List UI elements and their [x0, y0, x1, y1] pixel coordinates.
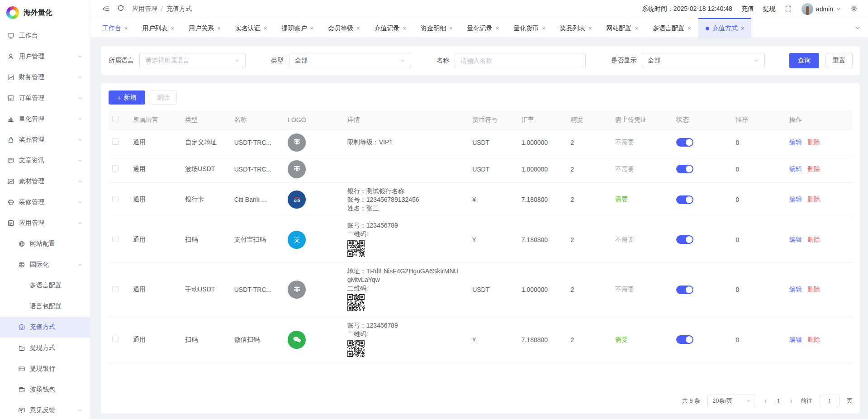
cell-precision: 2 — [567, 182, 612, 217]
page-size-select[interactable]: 20条/页 — [707, 395, 756, 407]
search-button[interactable]: 查询 — [789, 53, 819, 68]
tab-6[interactable]: 充值记录× — [367, 18, 414, 38]
edit-link[interactable]: 编辑 — [789, 138, 802, 146]
language-select[interactable]: 请选择所属语言 — [139, 53, 246, 68]
type-select[interactable]: 全部 — [289, 53, 411, 68]
current-page[interactable]: 1 — [775, 398, 782, 405]
sidebar-item[interactable]: 国际化 — [0, 254, 90, 275]
close-icon[interactable]: × — [356, 25, 360, 32]
sidebar-item[interactable]: 素材管理 — [0, 171, 90, 192]
sidebar-item[interactable]: 波场钱包 — [0, 379, 90, 400]
sidebar-item[interactable]: 量化管理 — [0, 109, 90, 129]
cell-voucher: 需要 — [612, 182, 673, 217]
close-icon[interactable]: × — [688, 25, 691, 32]
recharge-link[interactable]: 充值 — [741, 5, 754, 13]
close-icon[interactable]: × — [403, 25, 407, 32]
tab-0[interactable]: 工作台× — [95, 18, 135, 38]
sidebar-item[interactable]: 应用管理 — [0, 213, 90, 233]
chevron-down-icon — [400, 58, 405, 63]
edit-link[interactable]: 编辑 — [789, 286, 802, 293]
reset-button[interactable]: 重置 — [825, 53, 853, 68]
tab-10[interactable]: 奖品列表× — [553, 18, 599, 38]
gear-icon[interactable] — [850, 5, 858, 13]
tab-5[interactable]: 会员等级× — [321, 18, 367, 38]
delete-link[interactable]: 删除 — [807, 165, 820, 172]
status-toggle[interactable] — [676, 165, 693, 173]
breadcrumb-item[interactable]: 应用管理 — [132, 5, 157, 13]
select-all-checkbox[interactable] — [112, 116, 119, 122]
next-page-icon[interactable]: › — [789, 397, 793, 405]
close-icon[interactable]: × — [124, 25, 128, 32]
delete-button[interactable]: 删除 — [150, 90, 177, 105]
tab-11[interactable]: 网站配置× — [599, 18, 646, 38]
cell-rate: 7.180800 — [518, 317, 567, 362]
status-toggle[interactable] — [676, 235, 693, 244]
edit-link[interactable]: 编辑 — [789, 195, 802, 203]
fullscreen-icon[interactable] — [785, 5, 792, 13]
tab-7[interactable]: 资金明细× — [413, 18, 460, 38]
row-checkbox[interactable] — [112, 336, 119, 342]
delete-link[interactable]: 删除 — [807, 336, 820, 343]
tab-3[interactable]: 实名认证× — [228, 18, 275, 38]
tab-4[interactable]: 提现账户× — [274, 18, 321, 38]
row-checkbox[interactable] — [112, 138, 119, 145]
close-icon[interactable]: × — [217, 25, 221, 32]
row-checkbox[interactable] — [112, 236, 119, 242]
sidebar-item[interactable]: 文章资讯 — [0, 150, 90, 171]
sidebar-item[interactable]: 语言包配置 — [0, 296, 90, 317]
sidebar-item[interactable]: 多语言配置 — [0, 275, 90, 296]
sidebar-item[interactable]: 网站配置 — [0, 233, 90, 254]
close-icon[interactable]: × — [588, 25, 592, 32]
tab-2[interactable]: 用户关系× — [181, 18, 228, 38]
sidebar-item[interactable]: 用户管理 — [0, 46, 90, 67]
tab-8[interactable]: 量化记录× — [460, 18, 507, 38]
tabs-dropdown-icon[interactable] — [847, 18, 868, 38]
tab-12[interactable]: 多语言配置× — [645, 18, 698, 38]
close-icon[interactable]: × — [496, 25, 499, 32]
sidebar-item[interactable]: 提现方式 — [0, 338, 90, 358]
edit-link[interactable]: 编辑 — [789, 336, 802, 343]
add-button[interactable]: +新增 — [109, 90, 145, 105]
row-checkbox[interactable] — [112, 165, 119, 171]
name-input[interactable] — [460, 57, 580, 64]
prev-page-icon[interactable]: ‹ — [764, 397, 768, 405]
edit-link[interactable]: 编辑 — [789, 165, 802, 172]
status-toggle[interactable] — [676, 335, 693, 344]
show-select[interactable]: 全部 — [642, 53, 765, 68]
close-icon[interactable]: × — [635, 25, 639, 32]
sidebar-item[interactable]: 工作台 — [0, 25, 90, 46]
sidebar-item[interactable]: 奖品管理 — [0, 129, 90, 150]
sidebar-item[interactable]: 意见反馈 — [0, 400, 90, 419]
close-icon[interactable]: × — [449, 25, 453, 32]
sidebar-item[interactable]: 装修管理 — [0, 192, 90, 213]
status-toggle[interactable] — [676, 138, 693, 147]
status-toggle[interactable] — [676, 195, 693, 204]
tab-active[interactable]: 充值方式× — [698, 18, 752, 38]
tab-9[interactable]: 量化货币× — [506, 18, 553, 38]
sidebar-item[interactable]: 财务管理 — [0, 67, 90, 88]
delete-link[interactable]: 删除 — [807, 138, 820, 146]
close-icon[interactable]: × — [310, 25, 313, 32]
delete-link[interactable]: 删除 — [807, 236, 820, 243]
tab-1[interactable]: 用户列表× — [135, 18, 182, 38]
avatar[interactable] — [802, 3, 813, 15]
close-icon[interactable]: × — [171, 25, 175, 32]
sidebar-item[interactable]: 订单管理 — [0, 88, 90, 109]
goto-page-input[interactable] — [820, 395, 840, 407]
withdraw-link[interactable]: 提现 — [763, 5, 776, 13]
delete-link[interactable]: 删除 — [807, 286, 820, 293]
sidebar-item[interactable]: 提现银行 — [0, 358, 90, 379]
edit-link[interactable]: 编辑 — [789, 236, 802, 243]
close-icon[interactable]: × — [264, 25, 267, 32]
row-checkbox[interactable] — [112, 286, 119, 292]
collapse-sidebar-icon[interactable] — [102, 5, 110, 13]
delete-link[interactable]: 删除 — [807, 195, 820, 203]
sidebar-item[interactable]: 充值方式 — [0, 317, 90, 338]
close-icon[interactable]: × — [542, 25, 545, 32]
filter-language: 所属语言 请选择所属语言 — [109, 53, 246, 68]
row-checkbox[interactable] — [112, 196, 119, 202]
close-icon[interactable]: × — [741, 25, 745, 32]
refresh-icon[interactable] — [117, 5, 125, 13]
status-toggle[interactable] — [676, 286, 693, 294]
user-menu[interactable]: admin — [802, 3, 841, 15]
